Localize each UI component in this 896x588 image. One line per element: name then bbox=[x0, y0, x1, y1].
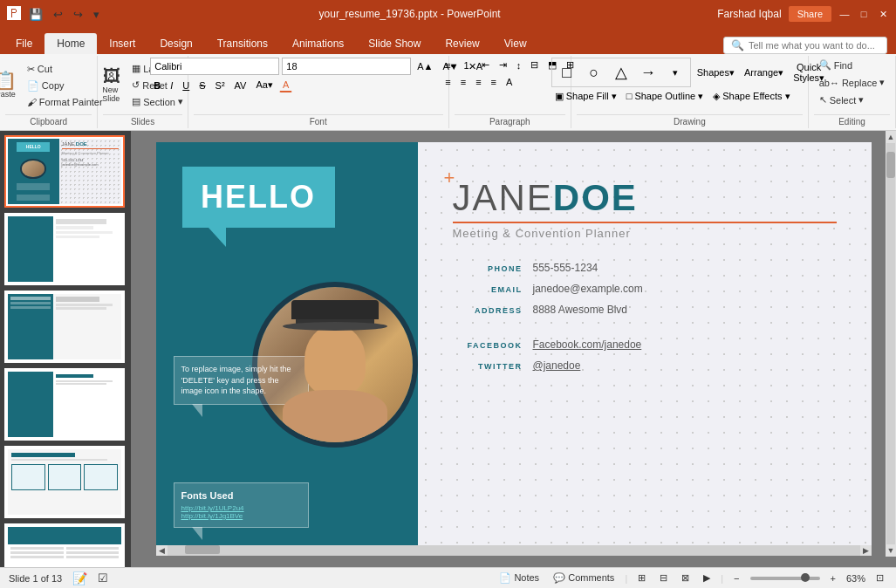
zoom-thumb[interactable] bbox=[801, 573, 810, 582]
h-scroll-thumb[interactable] bbox=[185, 545, 220, 554]
format-painter-button[interactable]: 🖌Format Painter bbox=[23, 95, 107, 109]
align-center-button[interactable]: ≡ bbox=[457, 75, 469, 89]
italic-button[interactable]: I bbox=[167, 79, 176, 92]
justify-button[interactable]: ≡ bbox=[488, 75, 500, 89]
character-spacing-button[interactable]: AV bbox=[231, 79, 250, 92]
underline-button[interactable]: U bbox=[179, 79, 193, 92]
view-normal-button[interactable]: ⊞ bbox=[634, 571, 649, 585]
twitter-value[interactable]: @janedoe bbox=[533, 359, 581, 372]
text-case-button[interactable]: Aa▾ bbox=[252, 78, 276, 92]
font-label: Font bbox=[194, 114, 443, 126]
horizontal-scrollbar[interactable]: ◀ ▶ bbox=[156, 545, 872, 556]
line-spacing-button[interactable]: ↕ bbox=[513, 58, 525, 72]
user-area: Farshad Iqbal Share bbox=[717, 6, 831, 22]
new-slide-button[interactable]: 🖼 New Slide bbox=[98, 65, 126, 106]
tab-file[interactable]: File bbox=[3, 33, 44, 54]
status-left: Slide 1 of 13 📝 ☑ bbox=[9, 571, 108, 585]
replace-button[interactable]: ab↔ Replace ▾ bbox=[815, 75, 890, 90]
qat-customize[interactable]: ▾ bbox=[91, 5, 102, 24]
fonts-link-2[interactable]: http://bit.ly/1Jg1BVe bbox=[181, 512, 301, 520]
zoom-out-button[interactable]: − bbox=[730, 572, 742, 585]
qat-undo[interactable]: ↩ bbox=[51, 5, 65, 24]
search-bar[interactable]: 🔍 bbox=[723, 37, 887, 54]
facebook-value[interactable]: Facebook.com/janedoe bbox=[533, 338, 642, 351]
tab-home[interactable]: Home bbox=[44, 33, 97, 54]
columns-button[interactable]: ⊟ bbox=[527, 58, 542, 72]
tab-insert[interactable]: Insert bbox=[97, 33, 147, 54]
scroll-left-button[interactable]: ◀ bbox=[156, 545, 168, 556]
notes-button[interactable]: 📄 Notes bbox=[496, 571, 543, 585]
tab-animations[interactable]: Animations bbox=[280, 33, 356, 54]
zoom-level[interactable]: 63% bbox=[846, 573, 865, 584]
shapes-button[interactable]: Shapes▾ bbox=[694, 65, 738, 80]
fit-window-button[interactable]: ⊡ bbox=[872, 571, 887, 585]
share-button[interactable]: Share bbox=[789, 6, 831, 22]
arrange-button[interactable]: Arrange▾ bbox=[741, 65, 787, 80]
qat-save[interactable]: 💾 bbox=[26, 5, 45, 24]
font-size-input[interactable] bbox=[282, 58, 411, 75]
slide-thumb-6[interactable] bbox=[4, 523, 125, 567]
strikethrough-button[interactable]: S bbox=[195, 79, 209, 92]
select-button[interactable]: ↖ Select ▾ bbox=[815, 92, 869, 107]
tab-transitions[interactable]: Transitions bbox=[205, 33, 280, 54]
slide-thumb-5[interactable] bbox=[4, 446, 125, 518]
view-slide-sorter-button[interactable]: ⊟ bbox=[656, 571, 671, 585]
hello-text: HELLO bbox=[201, 179, 316, 215]
scroll-track[interactable] bbox=[886, 143, 895, 544]
zoom-in-button[interactable]: + bbox=[827, 572, 839, 585]
tab-view[interactable]: View bbox=[492, 33, 539, 54]
shape-fill-button[interactable]: ▣ Shape Fill ▾ bbox=[551, 89, 620, 104]
fonts-link-1[interactable]: http://bit.ly/1ULP2u4 bbox=[181, 504, 301, 512]
bold-button[interactable]: B bbox=[150, 79, 164, 92]
scroll-up-button[interactable]: ▲ bbox=[886, 131, 896, 143]
h-scroll-track[interactable] bbox=[168, 545, 860, 556]
comments-button[interactable]: 💬 Comments bbox=[550, 571, 618, 585]
paste-button[interactable]: 📋 Paste bbox=[0, 69, 21, 101]
font-size-increase-button[interactable]: A▲ bbox=[414, 59, 436, 73]
shape-arrow[interactable]: → bbox=[635, 60, 661, 85]
numbering-button[interactable]: 1. bbox=[461, 58, 475, 72]
slide-thumb-3[interactable] bbox=[4, 291, 125, 363]
scroll-right-button[interactable]: ▶ bbox=[860, 545, 872, 556]
font-shadow-button[interactable]: S² bbox=[212, 79, 229, 92]
shape-rect[interactable]: □ bbox=[554, 60, 580, 85]
divider-1: | bbox=[625, 573, 627, 584]
slide-thumb-2[interactable] bbox=[4, 213, 125, 285]
text-shadow-button[interactable]: A bbox=[503, 75, 516, 89]
qat-redo[interactable]: ↪ bbox=[71, 5, 85, 24]
scroll-down-button[interactable]: ▼ bbox=[886, 544, 896, 557]
copy-button[interactable]: 📄Copy bbox=[23, 79, 107, 93]
align-left-button[interactable]: ≡ bbox=[441, 75, 454, 89]
decrease-indent-button[interactable]: ⇤ bbox=[478, 58, 493, 72]
bullets-button[interactable]: ≡• bbox=[441, 58, 457, 72]
increase-indent-button[interactable]: ⇥ bbox=[496, 58, 510, 72]
vertical-scrollbar[interactable]: ▲ ▼ bbox=[886, 131, 896, 557]
shape-effects-button[interactable]: ◈ Shape Effects ▾ bbox=[709, 89, 793, 104]
shape-triangle[interactable]: △ bbox=[608, 60, 634, 85]
shape-outline-button[interactable]: □ Shape Outline ▾ bbox=[623, 89, 707, 104]
maximize-button[interactable]: □ bbox=[858, 8, 870, 20]
canvas-area[interactable]: ▲ ▼ HELLO bbox=[131, 131, 896, 567]
align-right-button[interactable]: ≡ bbox=[472, 75, 484, 89]
tab-design[interactable]: Design bbox=[147, 33, 204, 54]
shape-more[interactable]: ▾ bbox=[662, 60, 688, 85]
phone-label: PHONE bbox=[453, 264, 523, 273]
search-input[interactable] bbox=[749, 40, 879, 51]
close-button[interactable]: ✕ bbox=[877, 8, 889, 20]
scroll-thumb[interactable] bbox=[886, 152, 895, 178]
find-button[interactable]: 🔍 Find bbox=[815, 58, 857, 72]
tab-slideshow[interactable]: Slide Show bbox=[356, 33, 433, 54]
font-color-button[interactable]: A bbox=[279, 78, 292, 92]
minimize-button[interactable]: — bbox=[838, 8, 851, 20]
shape-oval[interactable]: ○ bbox=[581, 60, 607, 85]
tab-review[interactable]: Review bbox=[433, 33, 491, 54]
slide-thumb-4[interactable] bbox=[4, 368, 125, 441]
slide-row-5: 5 bbox=[4, 446, 127, 518]
cut-button[interactable]: ✂Cut bbox=[23, 62, 107, 77]
slide-thumb-1[interactable]: HELLO JANE DOE bbox=[4, 135, 125, 208]
view-reading-button[interactable]: ⊠ bbox=[678, 571, 693, 585]
zoom-slider[interactable] bbox=[750, 577, 820, 580]
view-slideshow-button[interactable]: ▶ bbox=[700, 571, 714, 585]
slide-row-6: 6 bbox=[4, 523, 127, 567]
font-name-input[interactable] bbox=[150, 58, 279, 75]
